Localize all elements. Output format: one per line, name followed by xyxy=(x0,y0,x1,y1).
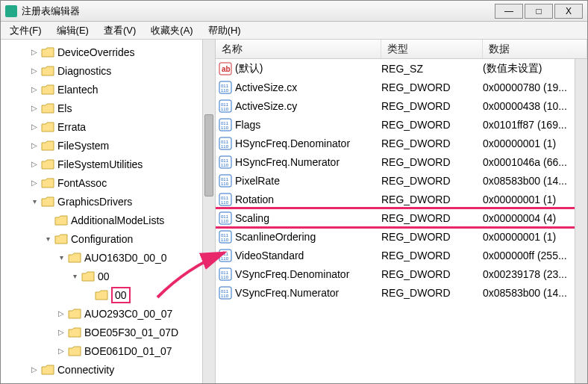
chevron-down-icon[interactable]: ▾ xyxy=(43,234,53,244)
chevron-right-icon[interactable]: ▷ xyxy=(29,140,40,151)
value-row[interactable]: 011110ScalingREG_DWORD0x00000004 (4) xyxy=(216,208,587,227)
tree-item[interactable]: ▾AUO163D0_00_0 xyxy=(2,248,213,267)
col-header-name[interactable]: 名称 xyxy=(216,40,381,58)
tree-item-label: FileSystem xyxy=(57,140,109,152)
tree-item[interactable]: ▾Configuration xyxy=(2,229,213,248)
chevron-right-icon[interactable]: ▷ xyxy=(56,346,66,356)
tree-item[interactable]: ▷BOE061D0_01_07 xyxy=(2,341,213,360)
dword-value-icon: 011110 xyxy=(219,267,232,281)
svg-text:110: 110 xyxy=(221,294,229,298)
value-type: REG_DWORD xyxy=(381,81,483,93)
value-row[interactable]: 011110HSyncFreq.DenominatorREG_DWORD0x00… xyxy=(216,134,587,152)
chevron-right-icon[interactable]: ▷ xyxy=(29,66,40,76)
dword-value-icon: 011110 xyxy=(219,81,232,94)
folder-icon xyxy=(95,290,108,300)
chevron-right-icon[interactable]: ▷ xyxy=(29,122,40,132)
value-row[interactable]: ab(默认)REG_SZ(数值未设置) xyxy=(216,59,587,78)
chevron-down-icon[interactable]: ▾ xyxy=(69,271,80,282)
maximize-button[interactable]: □ xyxy=(525,4,553,19)
folder-icon xyxy=(68,309,81,319)
folder-icon xyxy=(41,140,54,151)
svg-text:ab: ab xyxy=(222,65,231,73)
chevron-down-icon[interactable]: ▾ xyxy=(29,196,40,207)
chevron-right-icon[interactable]: ▷ xyxy=(29,84,40,95)
tree-item[interactable]: ▷BOE05F30_01_07D xyxy=(2,323,213,341)
menu-edit[interactable]: 编辑(E) xyxy=(54,22,92,39)
tree-item-label: 00 xyxy=(111,287,131,303)
svg-text:110: 110 xyxy=(221,163,229,167)
value-row[interactable]: 011110FlagsREG_DWORD0x0101ff87 (169... xyxy=(216,115,587,134)
value-name: ActiveSize.cx xyxy=(235,81,297,93)
tree-item[interactable]: ▾00 xyxy=(2,267,213,285)
svg-text:110: 110 xyxy=(221,182,229,186)
tree-scroll-thumb[interactable] xyxy=(204,114,213,196)
value-name: Flags xyxy=(235,119,260,131)
list-scrollbar[interactable] xyxy=(575,59,587,383)
value-data: 0x00000001 (1) xyxy=(483,231,587,243)
chevron-right-icon[interactable]: ▷ xyxy=(29,178,40,188)
dword-value-icon: 011110 xyxy=(219,155,232,169)
value-row[interactable]: 011110PixelRateREG_DWORD0x08583b00 (14..… xyxy=(216,171,587,190)
col-header-type[interactable]: 类型 xyxy=(381,40,483,58)
tree-item[interactable]: ▷Diagnostics xyxy=(2,61,213,80)
chevron-right-icon[interactable]: ▷ xyxy=(56,309,66,319)
value-row[interactable]: 011110ActiveSize.cxREG_DWORD0x00000780 (… xyxy=(216,78,587,96)
col-header-data[interactable]: 数据 xyxy=(483,40,587,58)
tree-item[interactable]: ▷FontAssoc xyxy=(2,173,213,192)
value-row[interactable]: 011110ScanlineOrderingREG_DWORD0x0000000… xyxy=(216,227,587,246)
menu-view[interactable]: 查看(V) xyxy=(101,22,139,39)
tree-item[interactable]: ▷FileSystem xyxy=(2,136,213,155)
tree-pane[interactable]: ▷DeviceOverrides▷Diagnostics▷Elantech▷El… xyxy=(1,40,216,383)
close-button[interactable]: X xyxy=(554,4,583,19)
menu-help[interactable]: 帮助(H) xyxy=(205,22,244,39)
list-body[interactable]: ab(默认)REG_SZ(数值未设置)011110ActiveSize.cxRE… xyxy=(216,59,587,383)
tree-item[interactable]: ▷FileSystemUtilities xyxy=(2,155,213,173)
chevron-right-icon[interactable]: ▷ xyxy=(29,365,40,375)
chevron-right-icon[interactable]: ▷ xyxy=(29,47,40,58)
chevron-down-icon[interactable]: ▾ xyxy=(56,253,66,263)
tree-scrollbar[interactable] xyxy=(202,40,215,383)
tree-item[interactable]: ▷Errata xyxy=(2,117,213,136)
value-row[interactable]: 011110HSyncFreq.NumeratorREG_DWORD0x0001… xyxy=(216,152,587,171)
titlebar: 注册表编辑器 — □ X xyxy=(1,1,587,22)
menu-file[interactable]: 文件(F) xyxy=(7,22,45,39)
regedit-icon xyxy=(5,5,17,17)
tree-item[interactable]: ▾GraphicsDrivers xyxy=(2,192,213,211)
value-type: REG_DWORD xyxy=(381,212,483,224)
folder-icon xyxy=(41,103,54,114)
tree-item-label: GraphicsDrivers xyxy=(57,196,132,208)
value-type: REG_DWORD xyxy=(381,268,483,280)
svg-text:110: 110 xyxy=(221,144,229,149)
tree-item[interactable]: ▷Connectivity xyxy=(2,360,213,379)
tree-item[interactable]: ▷AUO293C0_00_07 xyxy=(2,304,213,323)
value-name: PixelRate xyxy=(235,175,280,187)
value-row[interactable]: 011110ActiveSize.cyREG_DWORD0x00000438 (… xyxy=(216,96,587,115)
menu-favorites[interactable]: 收藏夹(A) xyxy=(148,22,196,39)
value-name: VideoStandard xyxy=(235,250,304,261)
value-name: (默认) xyxy=(235,62,263,75)
tree-item[interactable]: ▷Els xyxy=(2,99,213,117)
folder-icon xyxy=(41,178,54,188)
chevron-right-icon[interactable]: ▷ xyxy=(29,103,40,114)
tree-item[interactable]: AdditionalModeLists xyxy=(2,211,213,229)
chevron-right-icon[interactable]: ▷ xyxy=(56,327,66,338)
tree-item[interactable]: ▷Elantech xyxy=(2,80,213,99)
value-row[interactable]: 011110RotationREG_DWORD0x00000001 (1) xyxy=(216,190,587,208)
value-type: REG_DWORD xyxy=(381,119,483,131)
tree-item[interactable]: DCI xyxy=(2,379,213,383)
value-row[interactable]: 011110VSyncFreq.NumeratorREG_DWORD0x0858… xyxy=(216,283,587,302)
minimize-button[interactable]: — xyxy=(495,4,523,19)
chevron-right-icon[interactable]: ▷ xyxy=(29,159,40,170)
dword-value-icon: 011110 xyxy=(219,249,232,262)
dword-value-icon: 011110 xyxy=(219,99,232,113)
tree-item-label: FontAssoc xyxy=(57,177,107,189)
tree-item[interactable]: 00 xyxy=(2,285,213,304)
tree-item[interactable]: ▷DeviceOverrides xyxy=(2,43,213,61)
value-row[interactable]: 011110VideoStandardREG_DWORD0x000000ff (… xyxy=(216,246,587,264)
dword-value-icon: 011110 xyxy=(219,230,232,244)
svg-text:110: 110 xyxy=(221,256,229,261)
tree-item-label: Configuration xyxy=(71,233,133,245)
value-type: REG_DWORD xyxy=(381,137,483,149)
value-row[interactable]: 011110VSyncFreq.DenominatorREG_DWORD0x00… xyxy=(216,264,587,283)
svg-text:110: 110 xyxy=(221,275,229,279)
